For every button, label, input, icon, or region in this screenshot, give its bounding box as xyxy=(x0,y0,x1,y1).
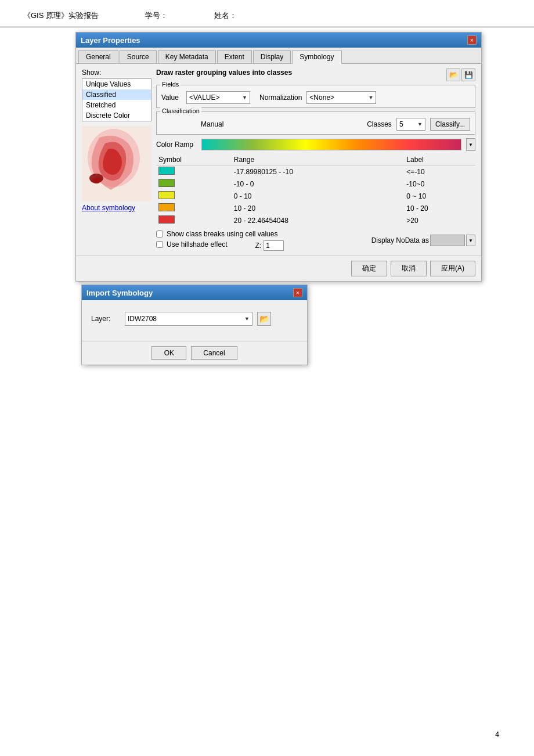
show-class-breaks-checkbox[interactable] xyxy=(156,231,163,237)
show-item-unique-values[interactable]: Unique Values xyxy=(82,79,151,89)
import-ok-button[interactable]: OK xyxy=(151,346,186,360)
show-panel: Show: Unique Values Classified Stretched… xyxy=(82,69,151,251)
show-item-classified[interactable]: Classified xyxy=(82,89,151,100)
load-icon: 📂 xyxy=(449,71,458,79)
range-cell: -10 - 0 xyxy=(232,178,405,190)
table-row: 20 - 22.46454048 >20 xyxy=(156,214,475,226)
symbol-cell xyxy=(156,214,232,226)
icon-buttons: 📂 💾 xyxy=(446,69,475,81)
nodata-arrow[interactable]: ▼ xyxy=(466,235,475,246)
bottom-options: Show class breaks using cell values Use … xyxy=(156,230,475,251)
z-row: Z: xyxy=(255,240,284,251)
settings-header: Draw raster grouping values into classes… xyxy=(156,69,475,81)
xing-ming-label: 姓名： xyxy=(214,10,237,21)
table-row: 10 - 20 10 - 20 xyxy=(156,202,475,214)
show-item-discrete-color[interactable]: Discrete Color xyxy=(82,110,151,121)
classify-button[interactable]: Classify... xyxy=(430,118,470,131)
classes-label: Classes xyxy=(367,120,392,128)
import-layer-row: Layer: IDW2708 ▼ 📂 xyxy=(91,312,298,326)
dialog-body: Show: Unique Values Classified Stretched… xyxy=(76,64,481,255)
fields-section: Fields Value <VALUE> ▼ Normalization <No… xyxy=(156,85,475,108)
symbol-table: Symbol Range Label -17.89980125 - -10 <=… xyxy=(156,154,475,226)
tab-symbology[interactable]: Symbology xyxy=(292,50,341,64)
value-label: Value xyxy=(161,93,182,102)
dialog-title: Layer Properties xyxy=(81,36,140,45)
label-cell: 10 - 20 xyxy=(404,202,475,214)
ok-button[interactable]: 确定 xyxy=(351,261,387,276)
nodata-preview[interactable] xyxy=(430,235,465,246)
settings-panel: Draw raster grouping values into classes… xyxy=(156,69,475,251)
range-cell: 0 - 10 xyxy=(232,190,405,202)
show-label: Show: xyxy=(82,69,151,77)
tab-display[interactable]: Display xyxy=(253,50,291,63)
import-body: Layer: IDW2708 ▼ 📂 xyxy=(82,300,307,341)
fields-row: Value <VALUE> ▼ Normalization <None> ▼ xyxy=(161,91,470,104)
color-swatch-2[interactable] xyxy=(158,179,175,187)
range-cell: 10 - 20 xyxy=(232,202,405,214)
import-footer: OK Cancel xyxy=(82,341,307,365)
color-swatch-5[interactable] xyxy=(158,215,175,224)
about-symbology-link[interactable]: About symbology xyxy=(82,204,151,212)
normalization-label: Normalization xyxy=(259,93,302,102)
use-hillshade-label: Use hillshade effect xyxy=(167,240,228,249)
nodata-label: Display NoData as xyxy=(371,236,429,244)
value-chevron-icon: ▼ xyxy=(242,95,247,100)
import-folder-button[interactable]: 📂 xyxy=(257,312,271,326)
use-hillshade-checkbox[interactable] xyxy=(156,241,163,248)
apply-button[interactable]: 应用(A) xyxy=(430,261,475,276)
color-ramp-preview[interactable] xyxy=(201,139,461,150)
classes-select[interactable]: 5 ▼ xyxy=(396,118,425,131)
show-class-breaks-row: Show class breaks using cell values xyxy=(156,230,284,238)
color-swatch-1[interactable] xyxy=(158,167,175,175)
page-number: 4 xyxy=(495,730,499,739)
normalization-select[interactable]: <None> ▼ xyxy=(306,91,376,104)
import-dialog-titlebar: Import Symbology × xyxy=(82,285,307,300)
range-cell: 20 - 22.46454048 xyxy=(232,214,405,226)
dialog-tabs: General Source Key Metadata Extent Displ… xyxy=(76,48,481,64)
symbol-cell xyxy=(156,178,232,190)
show-class-breaks-label: Show class breaks using cell values xyxy=(167,230,277,238)
import-symbology-dialog: Import Symbology × Layer: IDW2708 ▼ 📂 OK… xyxy=(81,285,308,365)
use-hillshade-row: Use hillshade effect xyxy=(156,240,228,249)
draw-title: Draw raster grouping values into classes xyxy=(156,69,292,77)
color-ramp-arrow[interactable]: ▼ xyxy=(466,138,475,151)
page-header: 《GIS 原理》实验报告 学号： 姓名： xyxy=(0,0,534,27)
report-title: 《GIS 原理》实验报告 xyxy=(23,10,99,21)
import-cancel-button[interactable]: Cancel xyxy=(191,346,237,360)
color-swatch-4[interactable] xyxy=(158,203,175,211)
table-row: 0 - 10 0 ~ 10 xyxy=(156,190,475,202)
save-icon: 💾 xyxy=(464,71,473,79)
dialog-close-button[interactable]: × xyxy=(467,35,477,45)
label-cell: 0 ~ 10 xyxy=(404,190,475,202)
map-preview xyxy=(82,126,151,201)
xue-hao-label: 学号： xyxy=(145,10,168,21)
color-swatch-3[interactable] xyxy=(158,191,175,199)
table-row: -17.89980125 - -10 <=-10 xyxy=(156,165,475,178)
save-icon-button[interactable]: 💾 xyxy=(461,69,475,81)
color-ramp-label: Color Ramp xyxy=(156,141,197,149)
import-dialog-close-button[interactable]: × xyxy=(293,288,302,297)
classification-legend: Classification xyxy=(160,107,201,114)
value-select[interactable]: <VALUE> ▼ xyxy=(186,91,250,104)
col-range: Range xyxy=(232,154,405,165)
tab-key-metadata[interactable]: Key Metadata xyxy=(158,50,216,63)
label-cell: >20 xyxy=(404,214,475,226)
import-dialog-title: Import Symbology xyxy=(86,289,153,297)
tab-general[interactable]: General xyxy=(78,50,118,63)
show-list: Unique Values Classified Stretched Discr… xyxy=(82,78,151,121)
color-ramp-row: Color Ramp ▼ xyxy=(156,138,475,151)
fields-legend: Fields xyxy=(160,81,181,88)
show-item-stretched[interactable]: Stretched xyxy=(82,100,151,110)
symbol-cell xyxy=(156,202,232,214)
import-layer-chevron-icon: ▼ xyxy=(244,316,250,322)
import-layer-select[interactable]: IDW2708 ▼ xyxy=(125,312,252,326)
tab-extent[interactable]: Extent xyxy=(217,50,252,63)
z-input[interactable] xyxy=(264,240,284,251)
norm-chevron-icon: ▼ xyxy=(368,95,373,100)
cancel-button[interactable]: 取消 xyxy=(391,261,427,276)
label-cell: -10~0 xyxy=(404,178,475,190)
classification-method: Manual xyxy=(201,120,247,128)
tab-source[interactable]: Source xyxy=(120,50,157,63)
table-row: -10 - 0 -10~0 xyxy=(156,178,475,190)
load-icon-button[interactable]: 📂 xyxy=(446,69,460,81)
